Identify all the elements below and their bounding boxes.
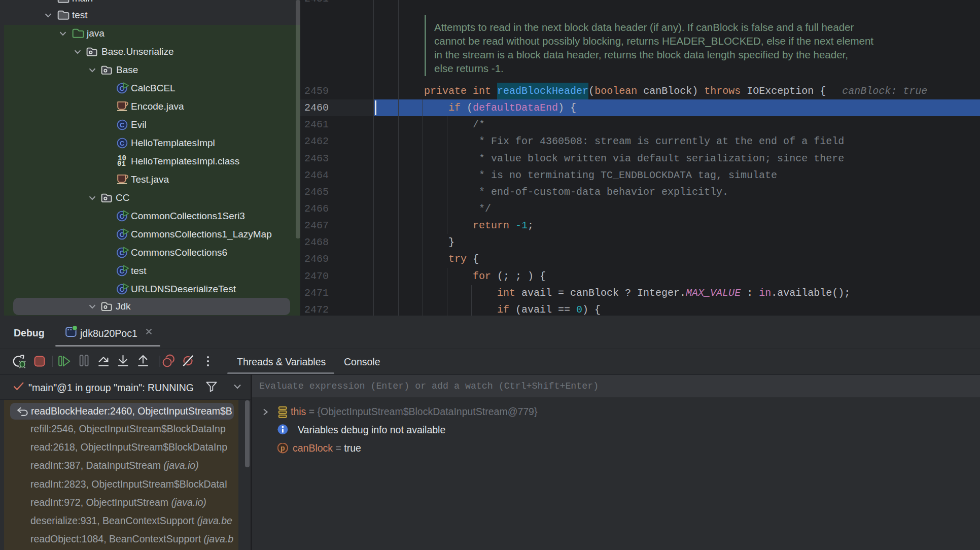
- svg-text:C: C: [120, 140, 125, 147]
- svg-text:C: C: [120, 121, 125, 129]
- svg-text:p: p: [281, 444, 285, 452]
